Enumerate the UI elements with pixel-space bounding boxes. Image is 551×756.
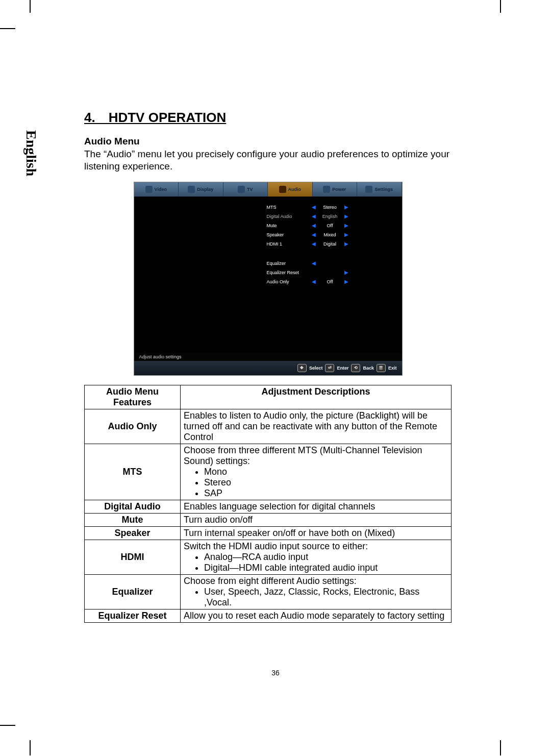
feature-desc: Choose from three different MTS (Multi-C…	[181, 444, 452, 500]
osd-row-value: Off	[317, 279, 343, 284]
osd-row-label: Equalizer	[267, 261, 310, 266]
feature-bullets: User, Speech, Jazz, Classic, Rocks, Elec…	[204, 587, 448, 608]
footer-select: Select	[309, 365, 323, 371]
osd-tab-tv[interactable]: TV	[223, 182, 268, 197]
osd-row-label: HDMI 1	[267, 241, 310, 247]
table-row: MTSChoose from three different MTS (Mult…	[85, 444, 452, 500]
feature-name: Equalizer	[85, 574, 181, 609]
osd-tab-label: TV	[247, 187, 253, 192]
osd-row-label: Mute	[267, 223, 310, 228]
arrow-right-icon[interactable]: ▶	[343, 270, 350, 275]
arrow-right-icon[interactable]: ▶	[343, 279, 350, 284]
display-icon	[188, 186, 195, 193]
footer-back: Back	[363, 365, 374, 371]
osd-tab-label: Settings	[374, 187, 393, 192]
osd-hint: Adjust audio settings	[134, 353, 402, 361]
osd-row-value: Stereo	[317, 205, 343, 210]
osd-row-value: Off	[317, 223, 343, 228]
arrow-right-icon[interactable]: ▶	[343, 223, 350, 228]
nav-icon: ✥	[297, 364, 307, 372]
feature-name: Audio Only	[85, 409, 181, 444]
list-item: Digital—HDMI cable integrated audio inpu…	[204, 563, 448, 573]
feature-desc: Enables to listen to Audio only, the pic…	[181, 409, 452, 444]
back-icon: ⟲	[351, 364, 360, 372]
osd-screenshot: VideoDisplayTVAudioPowerSettings MTS◀Ste…	[134, 182, 403, 376]
crop-mark	[0, 28, 15, 29]
enter-icon: ⏎	[325, 364, 334, 372]
arrow-right-icon[interactable]: ▶	[343, 232, 350, 237]
feature-name: Equalizer Reset	[85, 609, 181, 622]
osd-row-label: Audio Only	[267, 279, 310, 284]
features-table: Audio Menu Features Adjustment Descripti…	[84, 385, 452, 623]
osd-row[interactable]: Mute◀Off▶	[267, 221, 392, 230]
osd-tab-bar: VideoDisplayTVAudioPowerSettings	[134, 182, 402, 197]
osd-body: MTS◀Stereo▶Digital Audio◀English▶Mute◀Of…	[134, 197, 402, 353]
osd-row[interactable]: Digital Audio◀English▶	[267, 212, 392, 221]
arrow-right-icon[interactable]: ▶	[343, 241, 350, 247]
osd-tab-label: Power	[332, 187, 346, 192]
exit-icon: ☰	[377, 364, 386, 372]
table-row: SpeakerTurn internal speaker on/off or h…	[85, 526, 452, 540]
table-row: HDMISwitch the HDMI audio input source t…	[85, 540, 452, 574]
osd-row-label: MTS	[267, 205, 310, 210]
arrow-left-icon[interactable]: ◀	[310, 260, 317, 266]
arrow-left-icon[interactable]: ◀	[310, 223, 317, 228]
subheading: Audio Menu	[84, 136, 452, 147]
table-row: Digital AudioEnables language selection …	[85, 500, 452, 513]
table-head-feature: Audio Menu Features	[85, 385, 181, 409]
list-item: Mono	[204, 467, 448, 477]
osd-tab-label: Display	[197, 187, 213, 192]
feature-name: Speaker	[85, 526, 181, 540]
crop-mark	[30, 740, 31, 755]
list-item: Analog—RCA audio input	[204, 552, 448, 563]
footer-enter: Enter	[337, 365, 348, 371]
table-row: Equalizer ResetAllow you to reset each A…	[85, 609, 452, 622]
feature-name: Digital Audio	[85, 500, 181, 513]
list-item: User, Speech, Jazz, Classic, Rocks, Elec…	[204, 587, 448, 608]
table-row: MuteTurn audio on/off	[85, 513, 452, 526]
osd-row[interactable]: Equalizer Reset▶	[267, 268, 392, 277]
page-content: 4. HDTV OPERATION Audio Menu The “Audio”…	[84, 110, 452, 623]
osd-row[interactable]: Audio Only◀Off▶	[267, 277, 392, 286]
feature-name: Mute	[85, 513, 181, 526]
osd-tab-audio[interactable]: Audio	[268, 182, 313, 197]
osd-tab-display[interactable]: Display	[179, 182, 223, 197]
osd-row[interactable]: Equalizer◀	[267, 259, 392, 268]
feature-desc: Enables language selection for digital c…	[181, 500, 452, 513]
table-head-desc: Adjustment Descriptions	[181, 385, 452, 409]
osd-row-label: Equalizer Reset	[267, 270, 310, 275]
power-icon	[323, 186, 330, 193]
section-heading: 4. HDTV OPERATION	[84, 110, 452, 126]
osd-tab-power[interactable]: Power	[313, 182, 358, 197]
osd-row-value: Digital	[317, 241, 343, 247]
feature-desc: Allow you to reset each Audio mode separ…	[181, 609, 452, 622]
feature-desc: Switch the HDMI audio input source to ei…	[181, 540, 452, 574]
video-icon	[145, 186, 153, 193]
arrow-left-icon[interactable]: ◀	[310, 213, 317, 219]
tv-icon	[238, 186, 245, 193]
osd-tab-video[interactable]: Video	[134, 182, 179, 197]
osd-row[interactable]: MTS◀Stereo▶	[267, 203, 392, 212]
arrow-left-icon[interactable]: ◀	[310, 232, 317, 237]
crop-mark	[500, 0, 501, 13]
arrow-left-icon[interactable]: ◀	[310, 279, 317, 284]
list-item: Stereo	[204, 477, 448, 488]
table-row: Audio OnlyEnables to listen to Audio onl…	[85, 409, 452, 444]
osd-row-label: Digital Audio	[267, 214, 310, 219]
arrow-left-icon[interactable]: ◀	[310, 204, 317, 210]
arrow-right-icon[interactable]: ▶	[343, 213, 350, 219]
arrow-right-icon[interactable]: ▶	[343, 204, 350, 210]
feature-desc: Choose from eight different Audio settin…	[181, 574, 452, 609]
osd-tab-settings[interactable]: Settings	[357, 182, 402, 197]
intro-text: The “Audio” menu let you precisely confi…	[84, 148, 452, 173]
page-number: 36	[0, 669, 551, 677]
audio-icon	[279, 186, 286, 193]
footer-exit: Exit	[388, 365, 397, 371]
arrow-left-icon[interactable]: ◀	[310, 241, 317, 247]
osd-row[interactable]: Speaker◀Mixed▶	[267, 230, 392, 239]
osd-row[interactable]: HDMI 1◀Digital▶	[267, 239, 392, 249]
feature-bullets: MonoStereoSAP	[204, 467, 448, 499]
feature-name: HDMI	[85, 540, 181, 574]
feature-desc: Turn internal speaker on/off or have bot…	[181, 526, 452, 540]
feature-name: MTS	[85, 444, 181, 500]
